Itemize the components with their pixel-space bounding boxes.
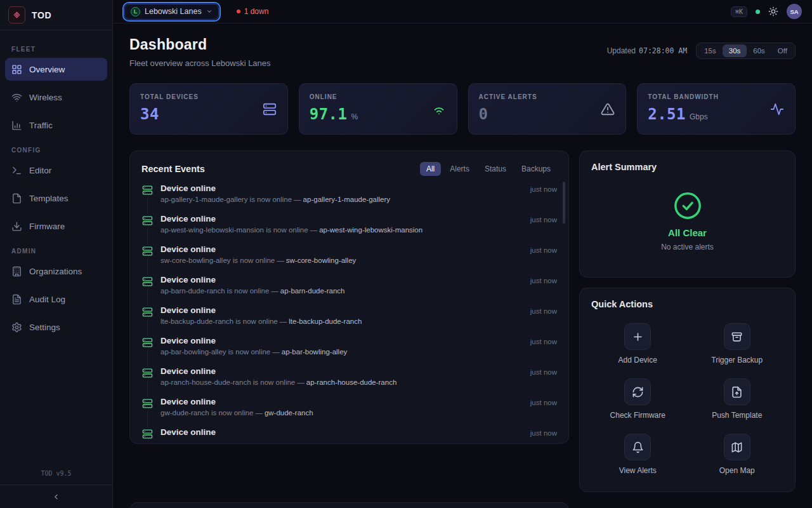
event-row: Device online just now — [141, 427, 557, 443]
quick-action-trigger-backup[interactable]: Trigger Backup — [691, 323, 784, 364]
activity-icon — [770, 102, 784, 116]
event-time: just now — [530, 184, 557, 214]
event-time: just now — [530, 244, 557, 275]
sidebar-item-organizations[interactable]: Organizations — [5, 260, 107, 283]
quick-action-view-alerts[interactable]: View Alerts — [591, 434, 684, 475]
page-subtitle: Fleet overview across Lebowski Lanes — [129, 58, 271, 68]
filter-all[interactable]: All — [420, 162, 441, 176]
quick-action-label: Open Map — [719, 466, 755, 475]
timeline-line — [147, 351, 148, 365]
stat-label: TOTAL BANDWIDTH — [648, 93, 785, 100]
refresh-option-15s[interactable]: 15s — [698, 44, 723, 57]
event-time: just now — [530, 275, 557, 305]
event-title: Device online — [160, 214, 523, 224]
sidebar-item-audit-log[interactable]: Audit Log — [5, 288, 107, 311]
stat-unit: % — [351, 112, 358, 121]
filter-alerts[interactable]: Alerts — [443, 162, 476, 176]
content: Dashboard Fleet overview across Lebowski… — [113, 23, 812, 508]
check-circle-icon — [673, 191, 702, 220]
event-description: ap-bar-bowling-alley is now online—ap-ba… — [160, 348, 523, 356]
wifi-icon — [432, 102, 446, 116]
stat-card-total-bandwidth: TOTAL BANDWIDTH 2.51 Gbps — [637, 83, 796, 135]
sidebar-collapse-button[interactable] — [0, 485, 112, 508]
event-time: just now — [530, 427, 557, 443]
app-name: TOD — [32, 10, 51, 20]
quick-actions-card: Quick Actions Add Device Trigger Backup — [579, 288, 796, 492]
alert-detail-text: No active alerts — [661, 243, 714, 251]
chevron-left-icon — [52, 493, 60, 501]
server-icon — [142, 398, 153, 409]
event-time: just now — [530, 366, 557, 397]
download-icon — [11, 221, 22, 232]
timeline-line — [147, 199, 148, 213]
user-avatar[interactable]: SA — [787, 4, 802, 19]
recent-events-card: Recent Events All Alerts Status Backups … — [129, 150, 569, 444]
stat-card-active-alerts: ACTIVE ALERTS 0 — [468, 83, 627, 135]
sidebar-item-overview[interactable]: Overview — [5, 58, 107, 81]
refresh-option-off[interactable]: Off — [771, 44, 794, 57]
sidebar-item-firmware[interactable]: Firmware — [5, 215, 107, 237]
quick-action-label: Add Device — [619, 356, 657, 364]
quick-action-add-device[interactable]: Add Device — [591, 323, 684, 364]
org-selector[interactable]: L Lebowski Lanes — [124, 4, 219, 20]
event-row: Device online gw-dude-ranch is now onlin… — [141, 397, 557, 427]
server-icon — [142, 368, 153, 378]
building-icon — [11, 266, 22, 277]
devices-down-indicator[interactable]: 1 down — [237, 7, 269, 16]
plus-icon — [632, 331, 644, 343]
server-icon — [142, 276, 153, 287]
bell-icon — [632, 441, 644, 453]
sidebar-item-editor[interactable]: Editor — [5, 159, 107, 182]
quick-action-open-map[interactable]: Open Map — [691, 434, 784, 475]
refresh-option-60s[interactable]: 60s — [747, 44, 771, 57]
stat-card-total-devices: TOTAL DEVICES 34 — [129, 83, 288, 135]
stat-value: 0 — [479, 105, 488, 123]
event-description: ap-gallery-1-maude-gallery is now online… — [160, 196, 523, 203]
file-text-icon — [11, 294, 22, 305]
event-title: Device online — [160, 366, 523, 376]
alert-summary-title: Alert Summary — [591, 162, 783, 172]
sun-icon — [768, 6, 778, 17]
server-icon — [142, 246, 153, 257]
archive-icon — [731, 331, 743, 343]
sidebar-section-config: CONFIG — [11, 147, 101, 154]
quick-action-label: Push Template — [712, 411, 762, 420]
alert-summary-card: Alert Summary All Clear No active alerts — [579, 150, 796, 277]
event-row: Device online lte-backup-dude-ranch is n… — [141, 305, 557, 336]
stat-unit: Gbps — [690, 112, 708, 121]
server-icon — [142, 215, 153, 226]
event-filters: All Alerts Status Backups — [420, 162, 557, 176]
alert-status-text: All Clear — [668, 227, 707, 238]
sidebar-item-label: Firmware — [29, 222, 65, 231]
server-icon — [142, 429, 153, 439]
events-scrollbar[interactable] — [563, 182, 565, 224]
filter-status[interactable]: Status — [478, 162, 513, 176]
event-description: ap-west-wing-lebowski-mansion is now onl… — [160, 226, 523, 234]
sidebar-item-templates[interactable]: Templates — [5, 187, 107, 210]
filter-backups[interactable]: Backups — [515, 162, 557, 176]
wifi-icon — [11, 92, 22, 103]
sidebar-item-label: Traffic — [29, 121, 53, 130]
event-description: sw-core-bowling-alley is now online—sw-c… — [160, 257, 523, 264]
terminal-icon — [11, 165, 22, 176]
stat-label: TOTAL DEVICES — [140, 93, 277, 100]
file-up-icon — [731, 386, 743, 398]
alert-triangle-icon — [601, 102, 615, 116]
event-row: Device online ap-west-wing-lebowski-mans… — [141, 214, 557, 244]
quick-action-push-template[interactable]: Push Template — [691, 378, 784, 420]
quick-action-label: Check Firmware — [610, 411, 665, 420]
stat-card-online: ONLINE 97.1 % — [299, 83, 457, 135]
quick-action-check-firmware[interactable]: Check Firmware — [591, 378, 684, 420]
event-time: just now — [530, 336, 557, 366]
app-logo-area: TOD — [0, 0, 112, 30]
event-time: just now — [530, 397, 557, 427]
sidebar-item-wireless[interactable]: Wireless — [5, 86, 107, 109]
theme-toggle-button[interactable] — [768, 6, 778, 17]
command-palette-shortcut[interactable]: ⌘K — [731, 6, 747, 17]
sidebar-item-settings[interactable]: Settings — [5, 316, 107, 338]
event-title: Device online — [160, 397, 523, 406]
sidebar-nav: FLEET Overview Wireless Traffic CONFIG E… — [0, 30, 112, 464]
sidebar-item-traffic[interactable]: Traffic — [5, 114, 107, 137]
refresh-option-30s[interactable]: 30s — [723, 44, 747, 57]
event-row: Device online ap-barn-dude-ranch is now … — [141, 275, 557, 305]
